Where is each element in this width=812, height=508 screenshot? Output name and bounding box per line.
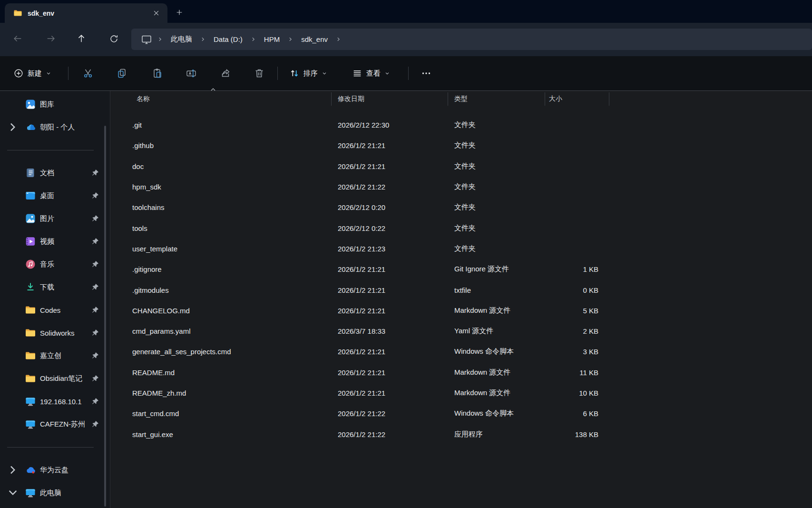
tab-close-icon[interactable] [150, 7, 163, 20]
column-resize-handle[interactable] [448, 92, 448, 106]
new-tab-button[interactable] [172, 5, 186, 20]
file-name-cell: toolchains [110, 203, 331, 211]
file-row[interactable]: .gitignore2026/1/2 21:21Git Ignore 源文件1 … [110, 259, 812, 279]
downloads-icon [25, 281, 36, 293]
new-button[interactable]: 新建 [9, 64, 56, 83]
sidebar-item-documents[interactable]: 文档 [0, 161, 110, 184]
file-date-modified: 2026/1/2 21:21 [331, 369, 448, 377]
file-name: doc [132, 162, 144, 170]
delete-button[interactable] [250, 64, 269, 83]
file-row[interactable]: .github2026/1/2 21:21文件夹 [110, 135, 812, 156]
sidebar-item-videos[interactable]: 视频 [0, 230, 110, 253]
pin-icon [91, 169, 99, 177]
sort-button[interactable]: 排序 [284, 64, 332, 83]
chevron-spacer [7, 329, 19, 337]
monitor-icon [141, 34, 152, 45]
file-type: 文件夹 [448, 244, 545, 253]
cut-button[interactable] [78, 64, 98, 83]
sidebar-scrollbar[interactable] [104, 126, 106, 507]
sidebar-item-desktop[interactable]: 桌面 [0, 184, 110, 207]
tab-bar: sdk_env [0, 0, 812, 23]
sidebar-item-music[interactable]: 音乐 [0, 253, 110, 276]
file-row[interactable]: start_gui.exe2026/1/2 21:22应用程序138 KB [110, 424, 812, 444]
file-date-modified: 2026/1/2 21:22 [331, 409, 448, 418]
file-name: user_template [132, 245, 177, 253]
documents-icon [25, 167, 36, 179]
back-button[interactable] [9, 30, 27, 48]
file-row[interactable]: cmd_params.yaml2026/3/7 18:33Yaml 源文件2 K… [110, 321, 812, 341]
sidebar-item-pictures[interactable]: 图片 [0, 207, 110, 230]
breadcrumb-item[interactable]: Data (D:) [209, 33, 247, 45]
sidebar-item-label: 图片 [40, 214, 54, 223]
file-name-cell: hpm_sdk [110, 183, 331, 191]
column-header-date-modified[interactable]: 修改日期 [331, 95, 448, 103]
file-row[interactable]: CHANGELOG.md2026/1/2 21:21Markdown 源文件5 … [110, 300, 812, 321]
column-resize-handle[interactable] [609, 92, 609, 106]
sidebar-item-obsidian-notes[interactable]: Obsidian笔记 [0, 367, 110, 390]
sidebar-item-gallery[interactable]: 图库 [0, 93, 110, 116]
chevron-right-icon[interactable] [154, 37, 166, 42]
chevron-right-icon[interactable] [197, 37, 209, 42]
column-header-type[interactable]: 类型 [448, 95, 545, 103]
chevron-right-icon[interactable] [7, 466, 19, 474]
sidebar-item-this-pc[interactable]: 此电脑 [0, 481, 110, 504]
chevron-down-icon[interactable] [7, 489, 19, 497]
forward-button[interactable] [42, 30, 60, 48]
file-row[interactable]: user_template2026/1/2 21:23文件夹 [110, 239, 812, 259]
file-size: 2 KB [545, 327, 609, 335]
refresh-button[interactable] [105, 30, 123, 48]
file-row[interactable]: .gitmodules2026/1/2 21:21txtfile0 KB [110, 279, 812, 300]
sidebar-item-huawei-cloud[interactable]: 华为云盘 [0, 458, 110, 481]
breadcrumb-item[interactable]: sdk_env [296, 33, 333, 45]
file-name: README.md [132, 369, 175, 377]
file-date-modified: 2026/2/12 0:20 [331, 203, 448, 211]
sidebar-item-solidworks[interactable]: Solidworks [0, 321, 110, 344]
breadcrumb-item[interactable]: 此电脑 [166, 33, 197, 46]
column-header-name[interactable]: 名称 [110, 95, 331, 103]
sidebar-item-downloads[interactable]: 下载 [0, 276, 110, 299]
address-bar[interactable]: 此电脑Data (D:)HPMsdk_env [131, 29, 812, 50]
sidebar-item-jialichuang[interactable]: 嘉立创 [0, 344, 110, 367]
command-toolbar: 新建 排序 查看 [0, 56, 812, 91]
chevron-spacer [7, 375, 19, 382]
column-resize-handle[interactable] [331, 92, 332, 106]
file-row[interactable]: hpm_sdk2026/1/2 21:22文件夹 [110, 177, 812, 197]
file-row[interactable]: tools2026/2/12 0:22文件夹 [110, 218, 812, 238]
sidebar-item-onedrive-personal[interactable]: 朝阳 - 个人 [0, 116, 110, 139]
copy-button[interactable] [112, 64, 131, 83]
chevron-right-icon[interactable] [7, 123, 19, 131]
more-options-button[interactable] [416, 64, 437, 83]
file-row[interactable]: README.md2026/1/2 21:21Markdown 源文件11 KB [110, 362, 812, 383]
share-button[interactable] [216, 64, 235, 83]
file-row[interactable]: doc2026/1/2 21:21文件夹 [110, 156, 812, 177]
pin-icon [91, 214, 99, 223]
videos-icon [25, 236, 36, 247]
file-row[interactable]: start_cmd.cmd2026/1/2 21:22Windows 命令脚本6… [110, 403, 812, 424]
chevron-right-icon[interactable] [247, 37, 259, 42]
file-row[interactable]: README_zh.md2026/1/2 21:21Markdown 源文件10… [110, 383, 812, 403]
file-name: .gitignore [132, 265, 162, 273]
view-button[interactable]: 查看 [347, 64, 395, 83]
chevron-right-icon[interactable] [284, 37, 296, 42]
explorer-tab[interactable]: sdk_env [5, 3, 167, 23]
file-row[interactable]: toolchains2026/2/12 0:20文件夹 [110, 197, 812, 218]
sidebar-item-codes[interactable]: Codes [0, 299, 110, 321]
toolbar-separator [68, 67, 68, 80]
sidebar-item-network-pc-cafezn[interactable]: CAFEZN-苏州 [0, 413, 110, 436]
breadcrumb-item[interactable]: HPM [259, 33, 284, 45]
rename-icon [186, 68, 197, 79]
sidebar-item-network-pc-192[interactable]: 192.168.10.1 [0, 390, 110, 413]
file-type: Markdown 源文件 [448, 388, 545, 398]
column-resize-handle[interactable] [545, 92, 545, 106]
file-name-cell: generate_all_ses_projects.cmd [110, 348, 331, 356]
paste-button[interactable] [148, 64, 167, 83]
rename-button[interactable] [182, 64, 201, 83]
chevron-down-icon [322, 70, 327, 76]
pc-icon [25, 396, 36, 407]
column-header-size[interactable]: 大小 [545, 95, 609, 103]
file-row[interactable]: generate_all_ses_projects.cmd2026/1/2 21… [110, 341, 812, 362]
toolbar-separator [277, 67, 278, 80]
chevron-right-icon[interactable] [333, 37, 344, 42]
file-row[interactable]: .git2026/2/12 22:30文件夹 [110, 115, 812, 135]
up-button[interactable] [72, 30, 90, 48]
